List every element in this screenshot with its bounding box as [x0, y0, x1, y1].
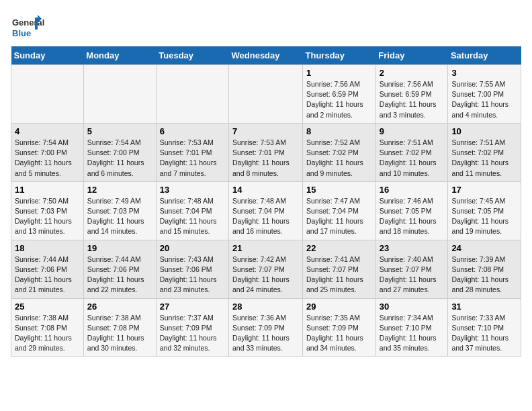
day-number: 26 — [87, 302, 152, 312]
day-number: 23 — [380, 243, 445, 253]
calendar-week-row: 1Sunrise: 7:56 AM Sunset: 6:59 PM Daylig… — [11, 65, 521, 124]
calendar-day-cell: 1Sunrise: 7:56 AM Sunset: 6:59 PM Daylig… — [303, 65, 376, 124]
calendar-day-cell: 14Sunrise: 7:48 AM Sunset: 7:04 PM Dayli… — [229, 181, 303, 240]
day-info: Sunrise: 7:54 AM Sunset: 7:00 PM Dayligh… — [87, 138, 152, 179]
day-number: 31 — [451, 302, 517, 312]
weekday-header-tuesday: Tuesday — [156, 46, 228, 65]
day-number: 22 — [306, 243, 372, 253]
day-number: 27 — [160, 302, 225, 312]
day-info: Sunrise: 7:43 AM Sunset: 7:06 PM Dayligh… — [160, 255, 225, 295]
day-number: 8 — [306, 126, 372, 136]
day-info: Sunrise: 7:56 AM Sunset: 6:59 PM Dayligh… — [380, 79, 445, 120]
day-info: Sunrise: 7:54 AM Sunset: 7:00 PM Dayligh… — [15, 138, 80, 179]
calendar-day-cell: 2Sunrise: 7:56 AM Sunset: 6:59 PM Daylig… — [375, 65, 448, 124]
calendar-day-cell: 9Sunrise: 7:51 AM Sunset: 7:02 PM Daylig… — [375, 123, 448, 181]
day-info: Sunrise: 7:48 AM Sunset: 7:04 PM Dayligh… — [160, 196, 225, 237]
calendar-day-cell: 22Sunrise: 7:41 AM Sunset: 7:07 PM Dayli… — [303, 240, 376, 298]
calendar-day-cell — [83, 65, 156, 124]
calendar-day-cell: 4Sunrise: 7:54 AM Sunset: 7:00 PM Daylig… — [11, 123, 84, 181]
calendar-day-cell: 11Sunrise: 7:50 AM Sunset: 7:03 PM Dayli… — [11, 181, 84, 240]
calendar-day-cell: 13Sunrise: 7:48 AM Sunset: 7:04 PM Dayli… — [156, 181, 228, 240]
day-info: Sunrise: 7:53 AM Sunset: 7:01 PM Dayligh… — [160, 138, 225, 179]
day-number: 6 — [160, 126, 225, 136]
calendar-week-row: 25Sunrise: 7:38 AM Sunset: 7:08 PM Dayli… — [11, 298, 521, 357]
calendar-week-row: 18Sunrise: 7:44 AM Sunset: 7:06 PM Dayli… — [11, 240, 521, 298]
day-number: 25 — [15, 302, 80, 312]
day-info: Sunrise: 7:48 AM Sunset: 7:04 PM Dayligh… — [232, 196, 299, 237]
weekday-header-wednesday: Wednesday — [229, 46, 303, 65]
day-number: 21 — [232, 243, 299, 253]
day-info: Sunrise: 7:49 AM Sunset: 7:03 PM Dayligh… — [87, 196, 152, 237]
day-info: Sunrise: 7:37 AM Sunset: 7:09 PM Dayligh… — [160, 313, 225, 354]
weekday-header-monday: Monday — [83, 46, 156, 65]
day-number: 14 — [232, 185, 299, 195]
weekday-header-sunday: Sunday — [11, 46, 84, 65]
weekday-header-thursday: Thursday — [303, 46, 376, 65]
day-info: Sunrise: 7:33 AM Sunset: 7:10 PM Dayligh… — [451, 313, 517, 354]
calendar-day-cell: 25Sunrise: 7:38 AM Sunset: 7:08 PM Dayli… — [11, 298, 84, 357]
calendar-day-cell: 20Sunrise: 7:43 AM Sunset: 7:06 PM Dayli… — [156, 240, 228, 298]
day-info: Sunrise: 7:44 AM Sunset: 7:06 PM Dayligh… — [87, 255, 152, 295]
day-number: 30 — [380, 302, 445, 312]
day-info: Sunrise: 7:44 AM Sunset: 7:06 PM Dayligh… — [15, 255, 80, 295]
day-info: Sunrise: 7:45 AM Sunset: 7:05 PM Dayligh… — [451, 196, 517, 237]
day-info: Sunrise: 7:51 AM Sunset: 7:02 PM Dayligh… — [451, 138, 517, 179]
day-number: 3 — [451, 68, 517, 78]
day-number: 17 — [451, 185, 517, 195]
calendar-day-cell: 6Sunrise: 7:53 AM Sunset: 7:01 PM Daylig… — [156, 123, 228, 181]
weekday-header-saturday: Saturday — [448, 46, 521, 65]
day-info: Sunrise: 7:34 AM Sunset: 7:10 PM Dayligh… — [380, 313, 445, 354]
day-number: 29 — [306, 302, 372, 312]
calendar-week-row: 4Sunrise: 7:54 AM Sunset: 7:00 PM Daylig… — [11, 123, 521, 181]
calendar-day-cell: 27Sunrise: 7:37 AM Sunset: 7:09 PM Dayli… — [156, 298, 228, 357]
day-info: Sunrise: 7:56 AM Sunset: 6:59 PM Dayligh… — [306, 79, 372, 120]
svg-rect-3 — [35, 17, 38, 30]
day-number: 24 — [451, 243, 517, 253]
day-info: Sunrise: 7:40 AM Sunset: 7:07 PM Dayligh… — [380, 255, 445, 295]
day-info: Sunrise: 7:50 AM Sunset: 7:03 PM Dayligh… — [15, 196, 80, 237]
calendar-day-cell: 10Sunrise: 7:51 AM Sunset: 7:02 PM Dayli… — [448, 123, 521, 181]
day-number: 11 — [15, 185, 80, 195]
calendar-day-cell: 31Sunrise: 7:33 AM Sunset: 7:10 PM Dayli… — [448, 298, 521, 357]
day-info: Sunrise: 7:52 AM Sunset: 7:02 PM Dayligh… — [306, 138, 372, 179]
day-info: Sunrise: 7:46 AM Sunset: 7:05 PM Dayligh… — [380, 196, 445, 237]
day-info: Sunrise: 7:42 AM Sunset: 7:07 PM Dayligh… — [232, 255, 299, 295]
day-number: 28 — [232, 302, 299, 312]
calendar-day-cell: 12Sunrise: 7:49 AM Sunset: 7:03 PM Dayli… — [83, 181, 156, 240]
day-info: Sunrise: 7:41 AM Sunset: 7:07 PM Dayligh… — [306, 255, 372, 295]
calendar-day-cell: 28Sunrise: 7:36 AM Sunset: 7:09 PM Dayli… — [229, 298, 303, 357]
day-number: 4 — [15, 126, 80, 136]
day-number: 16 — [380, 185, 445, 195]
calendar-day-cell: 23Sunrise: 7:40 AM Sunset: 7:07 PM Dayli… — [375, 240, 448, 298]
day-number: 20 — [160, 243, 225, 253]
weekday-header-friday: Friday — [375, 46, 448, 65]
day-number: 2 — [380, 68, 445, 78]
day-info: Sunrise: 7:51 AM Sunset: 7:02 PM Dayligh… — [380, 138, 445, 179]
day-number: 1 — [306, 68, 372, 78]
day-info: Sunrise: 7:55 AM Sunset: 7:00 PM Dayligh… — [451, 79, 517, 120]
svg-text:Blue: Blue — [12, 28, 31, 38]
logo-icon: General Blue — [11, 11, 44, 41]
calendar-day-cell: 26Sunrise: 7:38 AM Sunset: 7:08 PM Dayli… — [83, 298, 156, 357]
day-number: 9 — [380, 126, 445, 136]
day-info: Sunrise: 7:47 AM Sunset: 7:04 PM Dayligh… — [306, 196, 372, 237]
calendar-day-cell: 18Sunrise: 7:44 AM Sunset: 7:06 PM Dayli… — [11, 240, 84, 298]
day-number: 19 — [87, 243, 152, 253]
weekday-header-row: SundayMondayTuesdayWednesdayThursdayFrid… — [11, 46, 521, 65]
calendar-day-cell: 16Sunrise: 7:46 AM Sunset: 7:05 PM Dayli… — [375, 181, 448, 240]
day-info: Sunrise: 7:35 AM Sunset: 7:09 PM Dayligh… — [306, 313, 372, 354]
calendar-day-cell: 7Sunrise: 7:53 AM Sunset: 7:01 PM Daylig… — [229, 123, 303, 181]
day-number: 15 — [306, 185, 372, 195]
calendar-day-cell: 24Sunrise: 7:39 AM Sunset: 7:08 PM Dayli… — [448, 240, 521, 298]
day-number: 5 — [87, 126, 152, 136]
day-info: Sunrise: 7:38 AM Sunset: 7:08 PM Dayligh… — [87, 313, 152, 354]
day-number: 13 — [160, 185, 225, 195]
calendar-day-cell: 19Sunrise: 7:44 AM Sunset: 7:06 PM Dayli… — [83, 240, 156, 298]
calendar-day-cell: 21Sunrise: 7:42 AM Sunset: 7:07 PM Dayli… — [229, 240, 303, 298]
calendar-week-row: 11Sunrise: 7:50 AM Sunset: 7:03 PM Dayli… — [11, 181, 521, 240]
day-info: Sunrise: 7:38 AM Sunset: 7:08 PM Dayligh… — [15, 313, 80, 354]
day-info: Sunrise: 7:36 AM Sunset: 7:09 PM Dayligh… — [232, 313, 299, 354]
day-number: 12 — [87, 185, 152, 195]
calendar-day-cell — [156, 65, 228, 124]
day-info: Sunrise: 7:53 AM Sunset: 7:01 PM Dayligh… — [232, 138, 299, 179]
